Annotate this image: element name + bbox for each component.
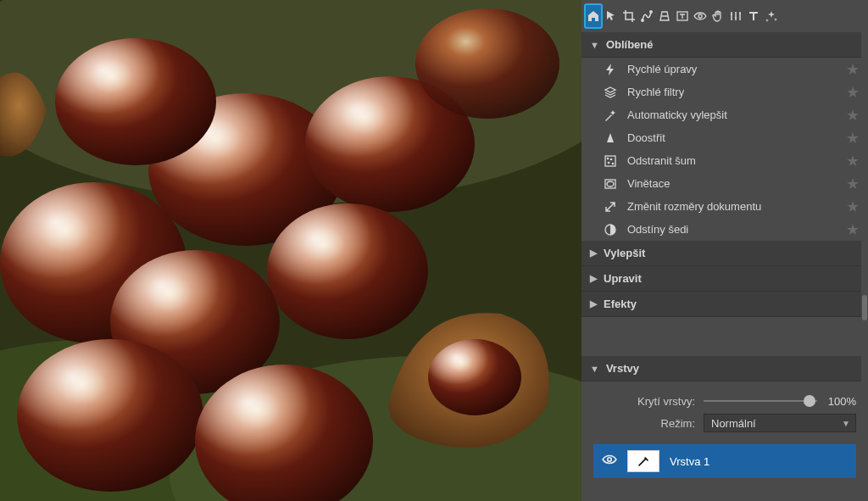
image-canvas[interactable] [0, 0, 581, 501]
toolbar [581, 0, 868, 32]
svg-point-15 [17, 339, 203, 492]
svg-point-28 [607, 158, 608, 159]
star-icon[interactable]: ★ [846, 220, 860, 239]
layer-thumbnail[interactable] [627, 450, 659, 472]
sharpen-icon [602, 131, 619, 145]
fav-item-wand[interactable]: Automaticky vylepšit★ [581, 103, 868, 126]
fav-label: Doostřit [627, 131, 665, 144]
fav-item-noise[interactable]: Odstranit šum★ [581, 149, 868, 172]
svg-point-22 [428, 339, 521, 415]
favorites-list: Rychlé úpravy★Rychlé filtry★Automaticky … [581, 58, 868, 241]
eye-tool[interactable] [692, 4, 709, 28]
vignette-icon [602, 177, 619, 191]
svg-point-20 [55, 38, 216, 165]
chevron-right-icon: ▶ [590, 298, 597, 309]
levels-tool[interactable] [727, 4, 744, 28]
section-favorites[interactable]: ▼ Oblíbené [581, 32, 868, 58]
home-tool[interactable] [585, 4, 602, 28]
svg-point-31 [612, 163, 613, 164]
star-icon[interactable]: ★ [846, 175, 860, 193]
fav-label: Vinětace [627, 177, 670, 190]
visibility-icon[interactable] [602, 452, 617, 471]
layer-name: Vrstva 1 [670, 455, 709, 468]
layer-row[interactable]: Vrstva 1 [593, 444, 856, 478]
opacity-value: 100% [817, 395, 856, 408]
fav-label: Rychlé úpravy [627, 63, 697, 75]
chevron-down-icon: ▼ [590, 40, 599, 50]
grayscale-icon [602, 223, 619, 237]
star-icon[interactable]: ★ [846, 106, 860, 125]
scroll-thumb[interactable] [862, 295, 867, 320]
textbox-tool[interactable] [674, 4, 691, 28]
side-panel: ▼ Oblíbené Rychlé úpravy★Rychlé filtry★A… [581, 0, 868, 501]
section-layers[interactable]: ▼ Vrstvy [581, 356, 868, 381]
noise-icon [602, 154, 619, 168]
fav-label: Odstranit šum [627, 154, 696, 167]
perspective-tool[interactable] [656, 4, 673, 28]
svg-point-33 [607, 181, 614, 186]
star-icon[interactable]: ★ [846, 198, 860, 216]
mode-label: Režim: [593, 417, 704, 430]
section-label: Vylepšit [604, 247, 645, 259]
section-effects[interactable]: ▶ Efekty [581, 292, 868, 317]
fav-item-vignette[interactable]: Vinětace★ [581, 172, 868, 195]
star-icon[interactable]: ★ [846, 129, 860, 148]
star-icon[interactable]: ★ [846, 83, 860, 102]
chevron-right-icon: ▶ [590, 248, 597, 259]
svg-rect-27 [605, 156, 615, 166]
fav-label: Odstíny šedi [627, 223, 688, 236]
stack-icon [602, 86, 619, 99]
scrollbar[interactable] [861, 32, 868, 501]
crop-tool[interactable] [620, 4, 637, 28]
mode-value: Normální [711, 417, 756, 430]
svg-point-26 [698, 14, 702, 18]
svg-point-35 [608, 457, 612, 461]
fav-item-sharpen[interactable]: Doostřit★ [581, 126, 868, 149]
layers-body: Krytí vrstvy: 100% Režim: Normální ▼ Vrs… [581, 381, 868, 487]
opacity-slider[interactable] [704, 393, 817, 409]
resize-icon [602, 200, 619, 214]
fav-label: Automaticky vylepšit [627, 109, 727, 121]
fav-item-grayscale[interactable]: Odstíny šedi★ [581, 218, 868, 241]
section-enhance[interactable]: ▶ Vylepšit [581, 241, 868, 266]
chevron-down-icon: ▼ [842, 419, 850, 428]
svg-point-23 [642, 19, 643, 21]
bolt-icon [602, 63, 619, 76]
section-label: Vrstvy [606, 362, 639, 375]
sparkle-tool[interactable] [763, 4, 780, 28]
hand-tool[interactable] [709, 4, 726, 28]
section-adjust[interactable]: ▶ Upravit [581, 266, 868, 292]
fav-label: Rychlé filtry [627, 86, 684, 98]
section-label: Oblíbené [606, 38, 654, 51]
svg-point-30 [608, 162, 609, 163]
star-icon[interactable]: ★ [846, 60, 860, 79]
chevron-down-icon: ▼ [590, 364, 599, 374]
fav-label: Změnit rozměry dokumentu [627, 200, 761, 213]
svg-point-18 [415, 8, 559, 119]
svg-point-24 [650, 11, 652, 13]
cursor-tool[interactable] [603, 4, 620, 28]
svg-point-29 [610, 159, 611, 159]
wand-icon [602, 109, 619, 122]
star-icon[interactable]: ★ [846, 152, 860, 170]
chevron-right-icon: ▶ [590, 273, 597, 284]
fav-item-bolt[interactable]: Rychlé úpravy★ [581, 58, 868, 81]
fav-item-resize[interactable]: Změnit rozměry dokumentu★ [581, 195, 868, 218]
mode-select[interactable]: Normální ▼ [704, 414, 856, 432]
opacity-label: Krytí vrstvy: [593, 395, 704, 408]
text-tool[interactable] [745, 4, 762, 28]
svg-point-11 [267, 203, 428, 339]
section-label: Upravit [604, 272, 642, 285]
curve-tool[interactable] [638, 4, 655, 28]
section-label: Efekty [604, 298, 637, 310]
fav-item-stack[interactable]: Rychlé filtry★ [581, 81, 868, 103]
